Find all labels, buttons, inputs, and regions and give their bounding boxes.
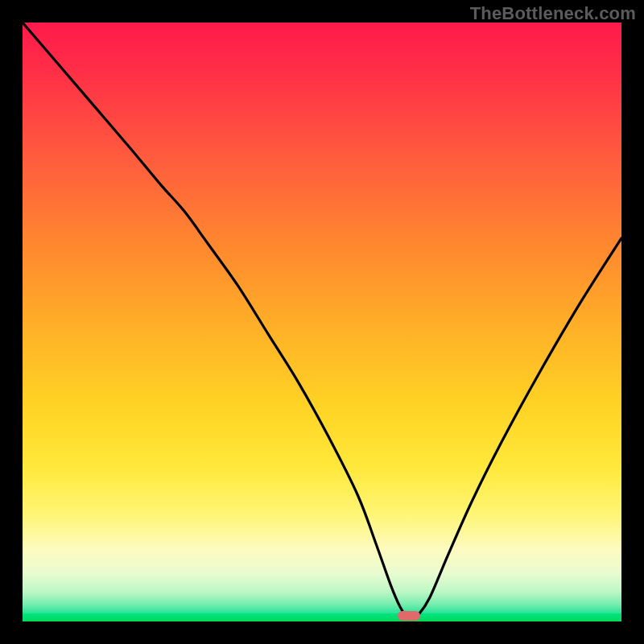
optimal-marker	[398, 611, 420, 621]
attribution-label: TheBottleneck.com	[470, 3, 636, 24]
plot-area	[23, 23, 621, 621]
bottleneck-curve	[23, 23, 621, 621]
chart-frame: TheBottleneck.com	[0, 0, 644, 644]
